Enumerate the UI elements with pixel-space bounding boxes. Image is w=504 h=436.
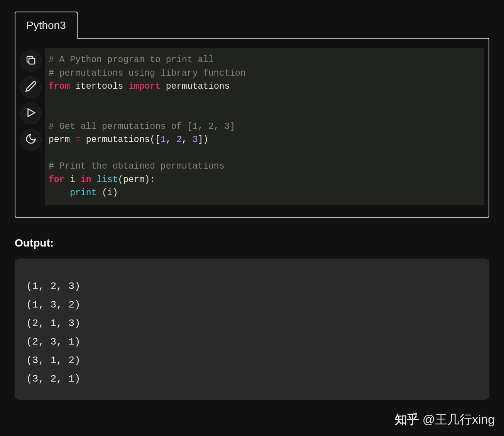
language-tab[interactable]: Python3 bbox=[15, 12, 78, 39]
code-number: 1 bbox=[161, 135, 166, 145]
output-line: (3, 2, 1) bbox=[26, 373, 80, 385]
code-number: 3 bbox=[193, 135, 198, 145]
code-punct: ]) bbox=[198, 135, 209, 145]
theme-button[interactable] bbox=[20, 129, 42, 150]
output-label: Output: bbox=[15, 237, 489, 249]
code-builtin: list bbox=[96, 175, 118, 185]
svg-rect-0 bbox=[29, 58, 35, 64]
code-operator: = bbox=[75, 135, 81, 145]
output-line: (1, 3, 2) bbox=[26, 299, 80, 311]
code-ident: perm bbox=[49, 135, 75, 145]
toolbar bbox=[20, 48, 42, 205]
code-comment: # Print the obtained permutations bbox=[49, 161, 224, 171]
edit-button[interactable] bbox=[20, 76, 42, 98]
copy-icon bbox=[25, 54, 37, 68]
code-ident: i bbox=[64, 175, 80, 185]
watermark-text: @王几行xing bbox=[423, 411, 495, 428]
code-punct: (i) bbox=[96, 188, 118, 198]
code-comment: # A Python program to print all bbox=[49, 55, 214, 65]
code-panel: # A Python program to print all # permut… bbox=[15, 38, 489, 218]
code-keyword: in bbox=[81, 175, 91, 185]
code-builtin: print bbox=[70, 188, 96, 198]
watermark: 知乎 @王几行xing bbox=[395, 411, 495, 428]
run-button[interactable] bbox=[20, 103, 42, 124]
output-panel: (1, 2, 3) (1, 3, 2) (2, 1, 3) (2, 3, 1) … bbox=[15, 259, 489, 400]
code-keyword: from bbox=[49, 81, 70, 91]
svg-marker-1 bbox=[28, 109, 35, 117]
code-punct: , bbox=[166, 135, 177, 145]
output-line: (2, 1, 3) bbox=[26, 318, 80, 329]
edit-icon bbox=[25, 81, 37, 94]
watermark-logo: 知乎 bbox=[395, 411, 419, 428]
code-space bbox=[91, 175, 96, 185]
code-punct: (perm): bbox=[118, 175, 155, 185]
play-icon bbox=[25, 107, 37, 120]
code-keyword: for bbox=[49, 175, 64, 185]
code-indent bbox=[49, 188, 70, 198]
code-ident: permutations([ bbox=[81, 135, 161, 145]
output-line: (1, 2, 3) bbox=[26, 281, 80, 292]
code-keyword: import bbox=[129, 81, 161, 91]
code-ident: itertools bbox=[70, 81, 129, 91]
code-comment: # permutations using library function bbox=[49, 68, 246, 78]
copy-button[interactable] bbox=[20, 50, 42, 72]
code-punct: , bbox=[182, 135, 193, 145]
output-line: (3, 1, 2) bbox=[26, 355, 80, 366]
code-comment: # Get all permutations of [1, 2, 3] bbox=[49, 122, 235, 132]
code-ident: permutations bbox=[161, 81, 230, 91]
moon-icon bbox=[25, 133, 37, 146]
code-editor[interactable]: # A Python program to print all # permut… bbox=[45, 48, 484, 205]
code-number: 2 bbox=[176, 135, 182, 145]
output-line: (2, 3, 1) bbox=[26, 336, 80, 348]
